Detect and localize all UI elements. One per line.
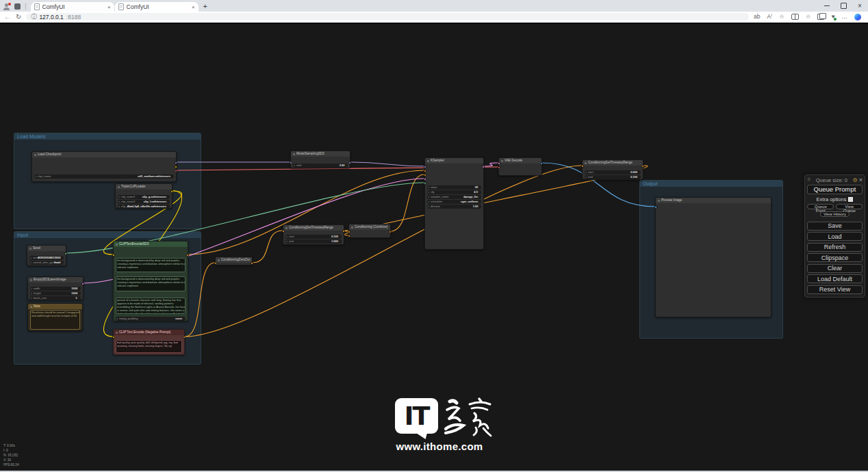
collapse-dot-icon[interactable] <box>585 162 587 164</box>
widget-right-arrow-icon[interactable]: ▸ <box>477 200 481 204</box>
widget-right-arrow-icon[interactable]: ▸ <box>166 195 169 199</box>
collapse-dot-icon[interactable] <box>658 200 660 202</box>
cond-combine-output-conditioning[interactable] <box>389 231 392 233</box>
node-title-bar[interactable]: CLIPTextEncodeSD3 <box>114 241 188 247</box>
widget-start[interactable]: ◂start0.100▸ <box>285 235 342 239</box>
collapse-dot-icon[interactable] <box>34 154 36 156</box>
collapse-dot-icon[interactable] <box>218 259 220 261</box>
widget-right-arrow-icon[interactable]: ▸ <box>170 174 173 179</box>
widget-height[interactable]: ◂height1024▸ <box>30 291 81 296</box>
node-title-bar[interactable]: Seed <box>27 246 66 251</box>
empty-latent-node[interactable]: EmptySD3LatentImage◂width1024▸◂height102… <box>27 276 84 300</box>
widget-batch-size[interactable]: ◂batch_size1▸ <box>30 296 81 300</box>
widget-right-arrow-icon[interactable]: ▸ <box>60 256 63 260</box>
ksampler-input-seed[interactable] <box>424 182 426 185</box>
widget-clip-name3[interactable]: ◂clip_name3t5xxl_fp8_e4m3fn.safetensors▸ <box>118 205 170 209</box>
seed-output-seed[interactable] <box>64 252 67 255</box>
widget-start[interactable]: ◂start0.000▸ <box>585 170 641 174</box>
widget-empty-padding[interactable]: ◂empty_paddingnone▸ <box>116 317 186 321</box>
close-tab-icon[interactable]: × <box>192 4 195 10</box>
widget-ckpt-name[interactable]: ◂ckpt_namesd3_medium.safetensors▸ <box>34 174 174 179</box>
close-tab-icon[interactable]: × <box>107 4 111 10</box>
load-checkpoint-output-vae[interactable] <box>175 170 177 172</box>
ksampler-output-latent[interactable] <box>482 166 485 168</box>
widget-right-arrow-icon[interactable]: ▸ <box>60 261 63 265</box>
node-title-bar[interactable]: ModelSamplingSD3 <box>291 151 350 157</box>
widget-right-arrow-icon[interactable]: ▸ <box>337 239 341 244</box>
node-title-bar[interactable]: TripleCLIPLoader <box>116 184 172 189</box>
prompt-textarea[interactable]: bad quality, poor quality, doll, disfigu… <box>116 340 182 353</box>
back-icon[interactable]: ← <box>4 14 11 21</box>
favorites-bar-icon[interactable]: ☆ <box>806 14 811 20</box>
new-tab-button[interactable]: + <box>199 2 213 12</box>
widget-clip-name2[interactable]: ◂clip_name2clip_l.safetensors▸ <box>118 200 170 204</box>
collapse-dot-icon[interactable] <box>116 244 118 246</box>
widget-right-arrow-icon[interactable]: ▸ <box>477 195 481 199</box>
browser-essentials-icon[interactable]: ♥ <box>831 14 834 20</box>
profile-avatar-icon[interactable] <box>3 3 10 10</box>
widget-end[interactable]: ◂end0.100▸ <box>585 175 641 179</box>
cond-zero-out-input-conditioning[interactable] <box>214 262 217 265</box>
collapse-dot-icon[interactable] <box>285 227 288 229</box>
widget-sampler-name[interactable]: ◂sampler_namedpmpp_2m▸ <box>427 195 481 199</box>
cond-timestep-mid-input-conditioning[interactable] <box>282 230 285 233</box>
clip-negative-output-conditioning[interactable] <box>183 336 186 339</box>
collapse-dot-icon[interactable] <box>351 226 353 228</box>
widget-right-arrow-icon[interactable]: ▸ <box>166 200 169 204</box>
triple-clip-loader-output-clip[interactable] <box>170 190 173 193</box>
cond-timestep-right-input-conditioning[interactable] <box>581 165 584 168</box>
widget-shift[interactable]: ◂shift3.00▸ <box>293 163 348 168</box>
ksampler-input-conditioning[interactable] <box>424 170 426 172</box>
node-title-bar[interactable]: ConditioningSetTimestepRange <box>583 160 643 166</box>
widget-seed[interactable]: ◂seed469529024612604▸ <box>29 256 64 260</box>
collapse-dot-icon[interactable] <box>293 153 295 155</box>
widget-right-arrow-icon[interactable]: ▸ <box>477 190 481 194</box>
node-title-bar[interactable]: Preview Image <box>656 198 771 203</box>
widget-scheduler[interactable]: ◂schedulersgm_uniform▸ <box>427 200 481 204</box>
widget-control-after-generate[interactable]: ◂control_after_generatefixed▸ <box>29 261 64 265</box>
vae-decode-input-vae[interactable] <box>498 166 500 169</box>
cond-combine-node[interactable]: Conditioning (Combine) <box>348 224 391 238</box>
prompt-textarea[interactable]: Resolution should be around 1 megapixel … <box>30 310 80 330</box>
vae-decode-node[interactable]: VAE Decode <box>498 157 542 176</box>
extra-options-checkbox[interactable] <box>848 197 853 202</box>
widget-right-arrow-icon[interactable]: ▸ <box>166 205 169 209</box>
widget-right-arrow-icon[interactable]: ▸ <box>344 163 347 168</box>
workspaces-icon[interactable] <box>14 3 21 10</box>
collapse-dot-icon[interactable] <box>116 332 118 334</box>
collapse-dot-icon[interactable] <box>30 279 32 281</box>
close-window-button[interactable]: × <box>852 0 868 12</box>
ksampler-input-latent[interactable] <box>424 178 426 181</box>
load-checkpoint-output-model[interactable] <box>175 161 177 164</box>
node-title-bar[interactable]: EmptySD3LatentImage <box>28 277 83 283</box>
node-title-bar[interactable]: Note <box>28 304 82 309</box>
clip-positive-output-conditioning[interactable] <box>186 254 189 257</box>
node-title-bar[interactable]: Conditioning (Combine) <box>349 224 390 230</box>
load-checkpoint-node[interactable]: Load Checkpoint◂ckpt_namesd3_medium.safe… <box>31 151 177 182</box>
collapse-dot-icon[interactable] <box>427 160 429 162</box>
load-checkpoint-output-clip[interactable] <box>175 166 177 168</box>
save-button[interactable]: Save <box>807 222 863 231</box>
collapse-dot-icon[interactable] <box>30 306 32 308</box>
cond-timestep-right-output-conditioning[interactable] <box>641 165 644 168</box>
note-node[interactable]: NoteResolution should be around 1 megapi… <box>27 303 83 331</box>
clip-positive-input-clip[interactable] <box>112 254 115 257</box>
cond-zero-out-output-conditioning[interactable] <box>251 262 253 265</box>
refresh-icon[interactable]: ↻ <box>16 14 21 21</box>
widget-right-arrow-icon[interactable]: ▸ <box>477 185 481 189</box>
widget-denoise[interactable]: ◂denoise1.00▸ <box>427 205 481 209</box>
settings-gear-icon[interactable]: ⚙ <box>853 177 858 183</box>
refresh-button[interactable]: Refresh <box>807 243 863 252</box>
cond-timestep-mid-node[interactable]: ConditioningSetTimestepRange◂start0.100▸… <box>283 224 344 245</box>
restore-button[interactable] <box>835 0 852 12</box>
browser-tab-1[interactable]: ComfyUI × <box>31 2 114 12</box>
prompt-textarea[interactable]: portrait of a female character with long… <box>116 298 186 314</box>
widget-right-arrow-icon[interactable]: ▸ <box>77 291 80 296</box>
widget-end[interactable]: ◂end1.000▸ <box>285 239 342 244</box>
clip-negative-node[interactable]: CLIP Text Encode (Negative Prompt)bad qu… <box>113 329 185 355</box>
vae-decode-input-latent[interactable] <box>498 162 500 165</box>
split-screen-icon[interactable] <box>791 14 799 20</box>
model-sampling-output-model[interactable] <box>348 161 351 164</box>
clip-positive-node[interactable]: CLIPTextEncodeSD3◂empty_paddingnone▸the … <box>113 241 188 322</box>
cond-zero-out-node[interactable]: ConditioningZeroOut <box>215 257 253 265</box>
